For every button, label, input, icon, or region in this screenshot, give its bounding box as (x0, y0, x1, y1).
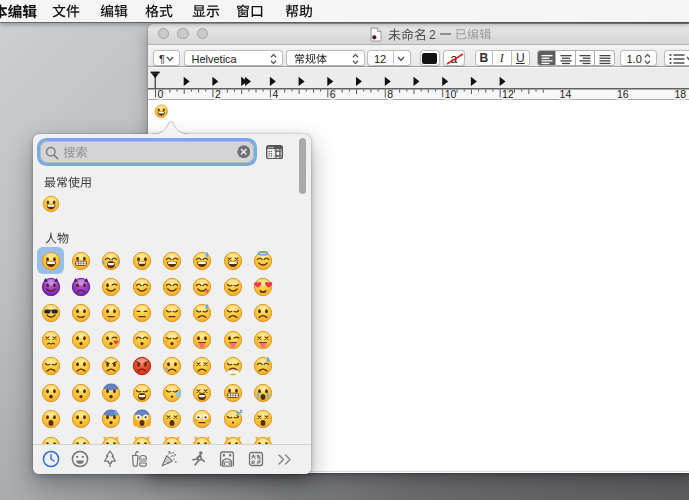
svg-text:18: 18 (674, 88, 686, 100)
svg-text:2: 2 (214, 88, 220, 100)
svg-text:0: 0 (157, 88, 163, 100)
svg-text:8: 8 (387, 88, 393, 100)
svg-text:10: 10 (444, 88, 456, 100)
svg-text:12: 12 (502, 88, 514, 100)
svg-text:4: 4 (272, 88, 278, 100)
svg-text:14: 14 (559, 88, 571, 100)
svg-text:16: 16 (617, 88, 629, 100)
svg-text:6: 6 (329, 88, 335, 100)
